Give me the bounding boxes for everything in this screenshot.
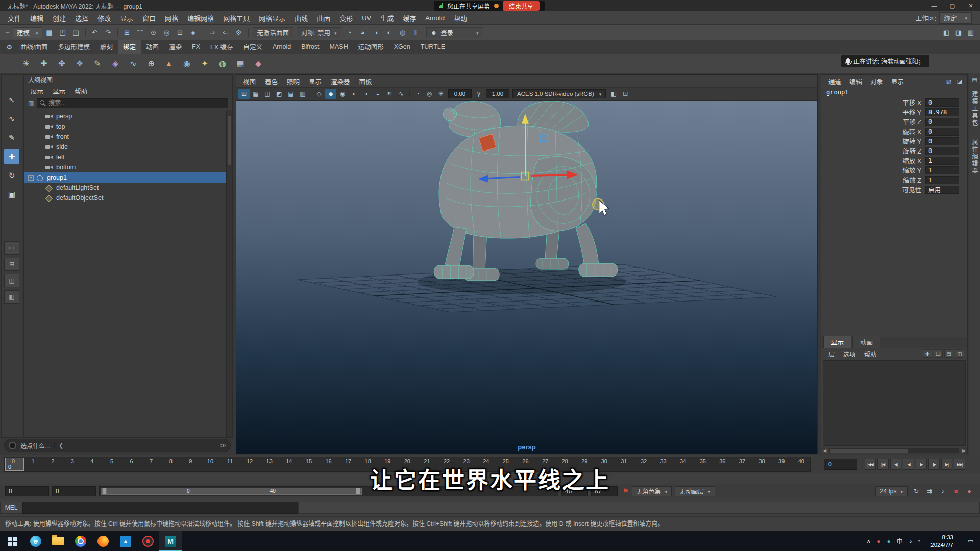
taskbar-clock[interactable]: 8:33 2024/7/7 bbox=[927, 534, 957, 549]
undo-icon[interactable]: ↶ bbox=[89, 27, 101, 39]
outliner-menu-item[interactable]: 显示 bbox=[48, 86, 70, 96]
tray-hidden-icons-chevron[interactable]: ∧ bbox=[866, 538, 871, 545]
outliner-item[interactable]: top bbox=[24, 121, 232, 132]
outliner-item[interactable]: defaultLightSet bbox=[24, 183, 232, 193]
outliner-item[interactable]: persp bbox=[24, 111, 232, 121]
pick-hint-icon[interactable] bbox=[9, 442, 16, 449]
timeline-tick[interactable]: 27 bbox=[538, 458, 552, 471]
mel-label[interactable]: MEL bbox=[0, 502, 22, 514]
shelf-cluster-icon[interactable]: ◍ bbox=[215, 56, 230, 71]
playback-loop-icon[interactable]: ↻ bbox=[911, 486, 922, 496]
fps-dropdown[interactable]: 24 fps bbox=[875, 486, 908, 496]
timeline-tick[interactable]: 22 bbox=[440, 458, 453, 471]
timeline-tick[interactable]: 29 bbox=[578, 458, 591, 471]
outliner-item[interactable]: group1 bbox=[24, 172, 232, 183]
timeline-tick[interactable]: 24 bbox=[479, 458, 493, 471]
timeline-tick[interactable]: 36 bbox=[716, 458, 729, 471]
scroll-arrow-icon[interactable]: ≫ bbox=[220, 442, 226, 449]
timeline-tick[interactable]: 35 bbox=[696, 458, 709, 471]
command-result-area[interactable] bbox=[298, 502, 980, 514]
channel-box-menu-item[interactable]: 显示 bbox=[887, 77, 908, 86]
timeline-tick[interactable]: 7 bbox=[144, 458, 158, 471]
status-icon[interactable] bbox=[115, 27, 120, 39]
taskbar-file-explorer-icon[interactable] bbox=[47, 531, 69, 551]
ambient-occlusion-icon[interactable]: ◒ bbox=[372, 89, 383, 99]
shelf-tab[interactable]: 雕刻 bbox=[95, 40, 118, 54]
sidebar-tool-settings-icon[interactable]: ◨ bbox=[952, 27, 965, 39]
shelf-constraint-icon[interactable]: ⊕ bbox=[143, 56, 159, 71]
animation-start-field[interactable]: 0 bbox=[5, 486, 49, 496]
output-connections-icon[interactable]: ⇐ bbox=[219, 27, 232, 39]
playback-clamp-icon[interactable]: ⇉ bbox=[924, 486, 935, 496]
shelf-lattice-icon[interactable]: ▦ bbox=[233, 56, 248, 71]
taskbar-maya-icon[interactable]: M bbox=[159, 531, 182, 551]
channel-box-menu-item[interactable]: 通道 bbox=[824, 77, 845, 86]
step-forward-key-button[interactable]: |▶ bbox=[928, 459, 940, 470]
scroll-right-icon[interactable]: ▶ bbox=[960, 448, 967, 453]
channel-value-field[interactable]: 0 bbox=[925, 147, 959, 155]
rotate-tool[interactable]: ↻ bbox=[4, 168, 19, 183]
save-scene-icon[interactable]: ◫ bbox=[70, 27, 82, 39]
playhead[interactable]: 0 bbox=[5, 458, 24, 471]
snap-to-grid-icon[interactable]: ⊞ bbox=[121, 27, 133, 39]
playback-end-field[interactable]: 40 bbox=[561, 486, 588, 496]
create-layer-from-selected-icon[interactable]: ❏ bbox=[934, 349, 943, 358]
isolate-select-icon[interactable]: ◎ bbox=[424, 89, 435, 99]
channel-box-menu-item[interactable]: 编辑 bbox=[845, 77, 866, 86]
menu-item[interactable]: 窗口 bbox=[138, 13, 160, 23]
shelf-tab[interactable]: Arnold bbox=[267, 41, 296, 53]
timeline-tick[interactable]: 32 bbox=[637, 458, 650, 471]
timeline-tick[interactable]: 14 bbox=[282, 458, 296, 471]
menu-item[interactable]: 帮助 bbox=[449, 13, 472, 23]
mel-command-input[interactable] bbox=[22, 502, 298, 514]
menu-item[interactable]: 创建 bbox=[48, 13, 70, 23]
shelf-bind-skin-icon[interactable]: ❖ bbox=[72, 56, 87, 71]
resolution-gate-icon[interactable]: ◫ bbox=[262, 89, 273, 99]
timeline-tick[interactable]: 31 bbox=[617, 458, 630, 471]
timeline-tick[interactable]: 11 bbox=[224, 458, 237, 471]
range-slider-track[interactable]: 0 40 bbox=[99, 486, 558, 496]
minimize-button[interactable]: — bbox=[925, 0, 943, 11]
layout-single-pane-button[interactable]: ▭ bbox=[4, 241, 19, 255]
select-tool[interactable]: ↖ bbox=[4, 92, 19, 108]
channel-value-field[interactable]: 0 bbox=[925, 118, 959, 126]
film-gate-icon[interactable]: ▦ bbox=[250, 89, 261, 99]
shelf-pose-icon[interactable]: ◉ bbox=[179, 56, 194, 71]
step-back-key-button[interactable]: ◀| bbox=[890, 459, 901, 470]
viewport-icon[interactable] bbox=[407, 89, 411, 99]
shadows-icon[interactable]: ◑ bbox=[360, 89, 372, 99]
menu-item[interactable]: 显示 bbox=[115, 13, 138, 23]
tray-app-icon[interactable]: ● bbox=[887, 538, 890, 545]
timeline-tick[interactable]: 4 bbox=[85, 458, 99, 471]
timeline-tick[interactable]: 6 bbox=[125, 458, 138, 471]
record-icon[interactable]: ■ bbox=[950, 486, 962, 496]
layout-two-pane-button[interactable]: ◫ bbox=[4, 274, 19, 287]
shelf-ik-handle-icon[interactable]: ✚ bbox=[36, 56, 52, 71]
channel-value-field[interactable]: 1 bbox=[925, 176, 959, 184]
timeline-tick[interactable]: 25 bbox=[499, 458, 512, 471]
paint-select-tool[interactable]: ✎ bbox=[4, 130, 19, 145]
gamma-field[interactable]: 1.00 bbox=[486, 89, 509, 98]
outliner-search-input[interactable] bbox=[37, 98, 228, 108]
notification-center-icon[interactable]: ▭ bbox=[963, 531, 978, 551]
channel-display-icon[interactable]: ▧ bbox=[944, 78, 953, 85]
status-icon[interactable] bbox=[201, 27, 205, 39]
layer-menu-item[interactable]: 层 bbox=[824, 349, 839, 359]
animation-layer-dropdown[interactable]: 无动画层 bbox=[675, 486, 715, 496]
shelf-ik-spline-icon[interactable]: ∿ bbox=[126, 56, 141, 71]
menu-item[interactable]: 网格工具 bbox=[218, 13, 254, 23]
lasso-select-tool[interactable]: ∿ bbox=[4, 111, 19, 127]
timeline-tick[interactable]: 13 bbox=[263, 458, 276, 471]
menu-item[interactable]: 编辑 bbox=[26, 13, 48, 23]
render-current-frame-icon[interactable]: ◕ bbox=[357, 27, 369, 39]
shelf-skeleton-icon[interactable]: ✤ bbox=[54, 56, 69, 71]
timeline-tick[interactable]: 40 bbox=[795, 458, 808, 471]
shelf-create-joint-icon[interactable]: ✳ bbox=[18, 56, 34, 71]
timeline-tick[interactable]: 34 bbox=[676, 458, 690, 471]
timeline-tick[interactable]: 5 bbox=[105, 458, 118, 471]
channel-value-field[interactable]: 1 bbox=[925, 166, 959, 174]
ipr-render-icon[interactable]: ◑ bbox=[370, 27, 382, 39]
viewport-menu-item[interactable]: 视图 bbox=[238, 77, 260, 86]
shelf-parent-constraint-icon[interactable]: ▲ bbox=[161, 56, 177, 71]
gate-mask-icon[interactable]: ◩ bbox=[274, 89, 285, 99]
